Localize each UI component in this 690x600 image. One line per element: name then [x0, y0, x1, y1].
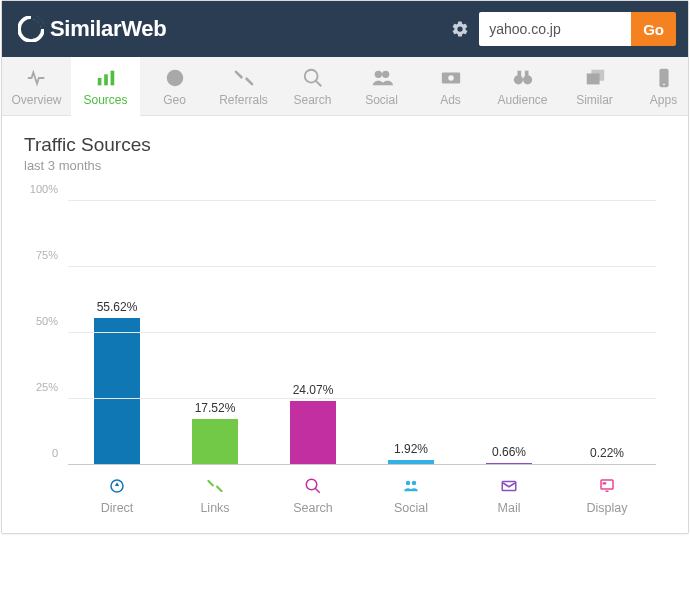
brand: SimilarWeb	[18, 16, 451, 42]
svg-point-18	[663, 84, 665, 86]
tab-audience[interactable]: Audience	[485, 57, 560, 115]
category-label: Display	[558, 501, 656, 515]
tab-label: Referrals	[219, 93, 268, 107]
topbar: SimilarWeb Go	[2, 1, 688, 57]
svg-rect-3	[110, 71, 114, 86]
similarweb-logo-icon	[18, 16, 44, 42]
category-cell[interactable]: Links	[166, 471, 264, 515]
category-label: Social	[362, 501, 460, 515]
category-label: Mail	[460, 501, 558, 515]
windows-icon	[584, 67, 606, 89]
tab-sources[interactable]: Sources	[71, 57, 140, 115]
phone-icon	[653, 67, 675, 89]
display-icon	[558, 475, 656, 497]
gridline	[68, 266, 656, 267]
svg-rect-2	[104, 74, 108, 85]
y-tick-label: 0	[52, 447, 68, 459]
svg-line-6	[315, 81, 321, 87]
bar-column: 0.66%	[460, 201, 558, 465]
tab-label: Sources	[83, 93, 127, 107]
tab-search[interactable]: Search	[278, 57, 347, 115]
y-tick-label: 25%	[36, 381, 68, 393]
tab-apps[interactable]: Apps	[629, 57, 690, 115]
nav-tabs: Overview Sources Geo Referrals Search So…	[2, 57, 688, 116]
binoculars-icon	[512, 67, 534, 89]
globe-icon	[164, 67, 186, 89]
people-icon	[371, 67, 393, 89]
search-group: Go	[479, 12, 676, 46]
mail-icon	[460, 475, 558, 497]
svg-point-4	[166, 70, 183, 87]
search-nav-icon	[302, 67, 324, 89]
tab-label: Ads	[440, 93, 461, 107]
svg-rect-27	[606, 491, 609, 493]
svg-rect-14	[524, 71, 528, 77]
category-cell[interactable]: Social	[362, 471, 460, 515]
bar[interactable]: 55.62%	[94, 318, 140, 465]
gridline	[68, 398, 656, 399]
go-button[interactable]: Go	[631, 12, 676, 46]
bar-chart-icon	[95, 67, 117, 89]
tab-referrals[interactable]: Referrals	[209, 57, 278, 115]
bar-value-label: 55.62%	[97, 300, 138, 314]
tab-social[interactable]: Social	[347, 57, 416, 115]
category-cell[interactable]: Direct	[68, 471, 166, 515]
gridline	[68, 200, 656, 201]
y-tick-label: 100%	[30, 183, 68, 195]
y-tick-label: 50%	[36, 315, 68, 327]
svg-point-10	[448, 75, 454, 81]
tab-label: Search	[293, 93, 331, 107]
svg-line-21	[315, 488, 320, 493]
domain-input[interactable]	[479, 12, 631, 46]
bar-value-label: 1.92%	[394, 442, 428, 456]
brand-text: SimilarWeb	[50, 16, 166, 42]
gear-icon	[451, 20, 469, 38]
arrows-icon	[233, 67, 255, 89]
category-label: Direct	[68, 501, 166, 515]
gridline	[68, 332, 656, 333]
category-cell[interactable]: Mail	[460, 471, 558, 515]
svg-point-5	[304, 70, 317, 83]
y-tick-label: 75%	[36, 249, 68, 261]
section-subtitle: last 3 months	[24, 158, 666, 173]
bar-column: 0.22%	[558, 201, 656, 465]
app-shell: SimilarWeb Go Overview Sources Geo Refer…	[1, 0, 689, 534]
bar-value-label: 0.66%	[492, 445, 526, 459]
svg-rect-13	[517, 71, 521, 77]
traffic-sources-chart: 55.62%17.52%24.07%1.92%0.66%0.22% 025%50…	[24, 193, 666, 523]
social-icon	[362, 475, 460, 497]
svg-point-20	[306, 479, 317, 490]
tab-label: Overview	[11, 93, 61, 107]
category-label: Links	[166, 501, 264, 515]
bar[interactable]: 24.07%	[290, 401, 336, 465]
tab-geo[interactable]: Geo	[140, 57, 209, 115]
pulse-icon	[26, 67, 48, 89]
content-area: Traffic Sources last 3 months 55.62%17.5…	[2, 116, 688, 533]
tab-overview[interactable]: Overview	[2, 57, 71, 115]
tab-label: Similar	[576, 93, 613, 107]
settings-button[interactable]	[451, 20, 469, 38]
category-label: Search	[264, 501, 362, 515]
links-icon	[166, 475, 264, 497]
category-cell[interactable]: Search	[264, 471, 362, 515]
tab-label: Social	[365, 93, 398, 107]
bar-column: 55.62%	[68, 201, 166, 465]
category-cell[interactable]: Display	[558, 471, 656, 515]
svg-point-11	[513, 75, 522, 84]
svg-rect-26	[603, 482, 607, 484]
search-icon	[264, 475, 362, 497]
svg-rect-1	[97, 78, 101, 85]
bar-column: 1.92%	[362, 201, 460, 465]
bar-value-label: 0.22%	[590, 446, 624, 460]
svg-point-22	[406, 481, 411, 486]
svg-point-12	[523, 75, 532, 84]
gridline	[68, 464, 656, 465]
tab-ads[interactable]: Ads	[416, 57, 485, 115]
tab-label: Audience	[497, 93, 547, 107]
bar-column: 17.52%	[166, 201, 264, 465]
tab-similar[interactable]: Similar	[560, 57, 629, 115]
chart-bars: 55.62%17.52%24.07%1.92%0.66%0.22%	[68, 201, 656, 465]
svg-point-8	[382, 71, 389, 78]
money-icon	[440, 67, 462, 89]
bar[interactable]: 17.52%	[192, 419, 238, 465]
